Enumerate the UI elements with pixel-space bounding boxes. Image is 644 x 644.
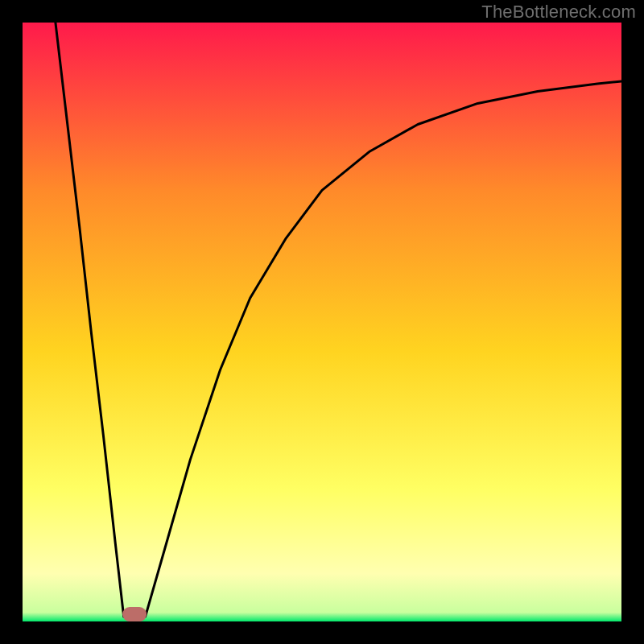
watermark-text: TheBottleneck.com bbox=[481, 2, 636, 23]
chart-frame: TheBottleneck.com bbox=[0, 0, 644, 644]
optimum-marker bbox=[122, 607, 147, 621]
plot-area bbox=[23, 23, 621, 621]
curve bbox=[23, 23, 621, 621]
